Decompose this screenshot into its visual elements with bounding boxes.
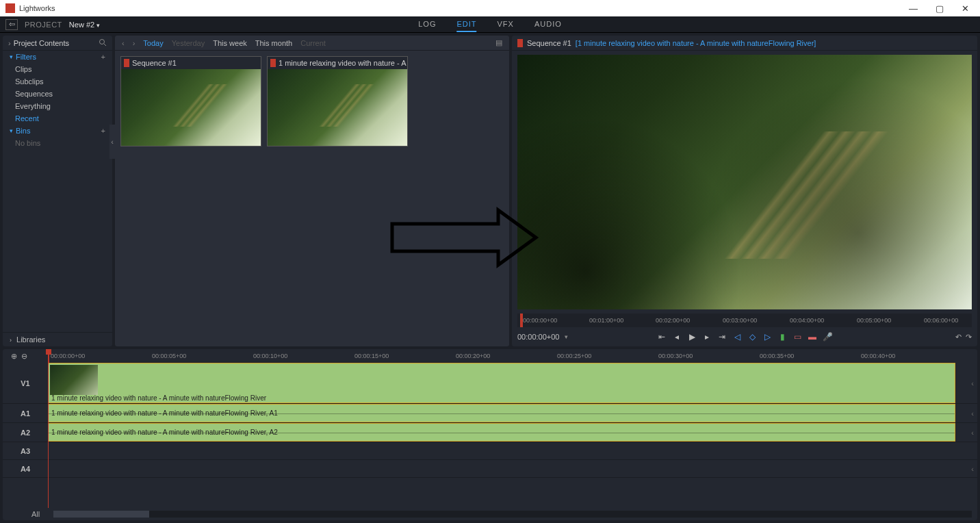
bins-group[interactable]: ▾ Bins +: [3, 125, 112, 137]
track-a1[interactable]: A1 1 minute relaxing video with nature -…: [3, 404, 977, 423]
chevron-down-icon[interactable]: ▾: [565, 333, 568, 340]
mark-in-button[interactable]: ◁: [732, 331, 743, 342]
step-back-button[interactable]: ◂: [671, 331, 682, 342]
project-menubar: ⇦ PROJECT New #2 ▾ LOG EDIT VFX AUDIO: [0, 16, 980, 33]
expand-track-button[interactable]: ‹: [968, 363, 977, 403]
nav-prev-button[interactable]: ‹: [122, 39, 125, 47]
track-all-label[interactable]: All: [23, 510, 48, 518]
timeline-playhead[interactable]: [48, 349, 49, 363]
tab-edit[interactable]: EDIT: [456, 17, 476, 32]
filter-this-week[interactable]: This week: [213, 39, 247, 47]
viewer-clip-title: [1 minute relaxing video with nature - A…: [576, 39, 816, 47]
filters-group[interactable]: ▾ Filters +: [3, 51, 112, 63]
nav-next-button[interactable]: ›: [133, 39, 136, 47]
project-sidebar: › Project Contents ▾ Filters + Clips Sub…: [3, 36, 112, 346]
filter-today[interactable]: Today: [143, 39, 163, 47]
window-close-button[interactable]: ✕: [962, 3, 969, 14]
libraries-section[interactable]: › Libraries: [3, 332, 112, 346]
search-icon[interactable]: [99, 38, 107, 48]
sidebar-title: Project Contents: [14, 39, 69, 47]
chevron-right-icon[interactable]: ›: [8, 39, 11, 47]
add-bin-button[interactable]: +: [101, 127, 105, 135]
project-label: PROJECT: [25, 21, 62, 29]
content-browser: ‹ ‹ › Today Yesterday This week This mon…: [115, 36, 509, 346]
track-v1[interactable]: V1 1 minute relaxing video with nature -…: [3, 363, 977, 404]
clip-thumbnail[interactable]: 1 minute relaxing video with nature - A …: [267, 56, 408, 146]
ruler-tick: 00:00:40+00: [861, 353, 895, 359]
sidebar-item-clips[interactable]: Clips: [3, 63, 112, 75]
track-a2[interactable]: A2 1 minute relaxing video with nature -…: [3, 423, 977, 442]
sidebar-item-everything[interactable]: Everything: [3, 100, 112, 112]
timeline-scrollbar[interactable]: [53, 511, 972, 518]
sidebar-item-subclips[interactable]: Subclips: [3, 75, 112, 88]
track-label[interactable]: V1: [3, 363, 48, 403]
ruler-tick: 00:03:00+00: [723, 317, 757, 324]
expand-track-button[interactable]: ‹: [968, 423, 977, 442]
app-title: Lightworks: [19, 4, 55, 12]
expand-track-button[interactable]: ‹: [968, 460, 977, 477]
remove-button[interactable]: ▭: [792, 331, 803, 342]
clip-name: 1 minute relaxing video with nature - A …: [51, 429, 278, 436]
clip-thumbnail[interactable]: Sequence #1: [120, 56, 261, 146]
add-marker-button[interactable]: ▮: [777, 331, 788, 342]
sidebar-item-recent[interactable]: Recent: [3, 112, 112, 125]
undo-button[interactable]: ↶: [955, 333, 962, 342]
ruler-tick: 00:00:15+00: [354, 353, 389, 359]
ruler-tick: 00:00:00+00: [523, 317, 557, 324]
ruler-tick: 00:00:25+00: [557, 353, 591, 359]
step-forward-button[interactable]: ▸: [701, 331, 712, 342]
window-titlebar: Lightworks — ▢ ✕: [0, 0, 980, 16]
audio-clip[interactable]: 1 minute relaxing video with nature - A …: [48, 404, 955, 422]
chevron-down-icon: ▾: [96, 22, 100, 29]
sidebar-item-nobins: No bins: [3, 137, 112, 149]
mark-out-button[interactable]: ▷: [762, 331, 773, 342]
tracks-area: V1 1 minute relaxing video with nature -…: [3, 363, 977, 508]
timeline-panel: ⊕ ⊖ 00:00:00+00 00:00:05+00 00:00:10+00 …: [3, 349, 977, 520]
window-maximize-button[interactable]: ▢: [936, 3, 944, 14]
tab-audio[interactable]: AUDIO: [534, 17, 562, 32]
app-logo-icon: [5, 3, 15, 13]
timeline-ruler[interactable]: ⊕ ⊖ 00:00:00+00 00:00:05+00 00:00:10+00 …: [3, 349, 977, 363]
tab-vfx[interactable]: VFX: [498, 17, 514, 32]
track-label[interactable]: A1: [3, 404, 48, 422]
sidebar-item-sequences[interactable]: Sequences: [3, 88, 112, 100]
audio-clip[interactable]: 1 minute relaxing video with nature - A …: [48, 423, 955, 442]
zoom-out-button[interactable]: ⊖: [21, 352, 27, 361]
video-clip[interactable]: 1 minute relaxing video with nature - A …: [48, 363, 955, 403]
audio-mic-icon[interactable]: 🎤: [822, 331, 833, 342]
viewer-ruler[interactable]: 00:00:00+00 00:01:00+00 00:02:00+00 00:0…: [517, 314, 972, 327]
back-button[interactable]: ⇦: [5, 19, 18, 30]
project-name-dropdown[interactable]: New #2 ▾: [69, 21, 100, 29]
play-button[interactable]: ▶: [686, 331, 697, 342]
go-end-button[interactable]: ⇥: [717, 331, 727, 342]
window-minimize-button[interactable]: —: [909, 3, 918, 14]
bookmark-icon: [124, 59, 129, 67]
viewer-sequence-name: Sequence #1: [527, 39, 571, 47]
ruler-tick: 00:00:05+00: [152, 353, 186, 359]
track-a4[interactable]: A4 ‹: [3, 460, 977, 478]
expand-track-button[interactable]: ‹: [968, 404, 977, 422]
scrollbar-thumb[interactable]: [53, 511, 149, 518]
track-label[interactable]: A3: [3, 442, 48, 459]
track-label[interactable]: A4: [3, 460, 48, 477]
track-a3[interactable]: A3: [3, 442, 977, 460]
list-view-icon[interactable]: ▤: [495, 38, 502, 47]
ruler-tick: 00:05:00+00: [857, 317, 891, 324]
ruler-tick: 00:04:00+00: [790, 317, 824, 324]
filter-yesterday[interactable]: Yesterday: [172, 39, 205, 47]
preview-image[interactable]: [517, 55, 972, 309]
mark-clear-button[interactable]: ◇: [747, 331, 758, 342]
delete-button[interactable]: ▬: [807, 331, 818, 342]
filter-current[interactable]: Current: [300, 39, 326, 47]
chevron-right-icon: ›: [10, 337, 12, 344]
zoom-in-button[interactable]: ⊕: [11, 352, 17, 361]
redo-button[interactable]: ↷: [966, 333, 972, 342]
go-start-button[interactable]: ⇤: [656, 331, 667, 342]
filter-this-month[interactable]: This month: [255, 39, 292, 47]
preview-viewer: Sequence #1 [1 minute relaxing video wit…: [512, 36, 977, 346]
collapse-sidebar-button[interactable]: ‹: [109, 125, 115, 159]
add-filter-button[interactable]: +: [101, 53, 105, 61]
track-label[interactable]: A2: [3, 423, 48, 442]
timecode-display[interactable]: 00:00:00+00: [517, 333, 559, 341]
tab-log[interactable]: LOG: [418, 17, 436, 32]
